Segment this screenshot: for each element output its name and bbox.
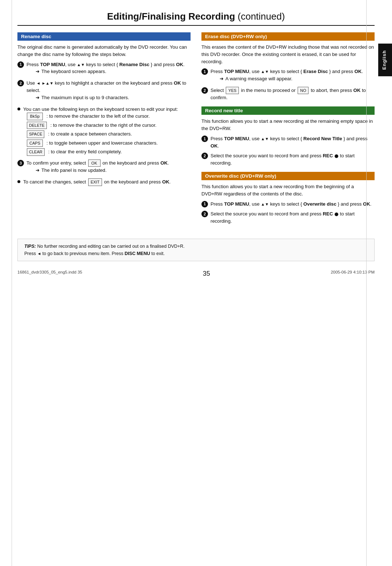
key-def-list: BkSp : to remove the character to the le…: [27, 113, 191, 156]
rename-step2-ok: OK: [174, 80, 181, 86]
record-step1-ok: OK: [211, 143, 218, 149]
page-title-bold: Editing/Finalising Recording: [107, 11, 235, 22]
erase-step2-num: 2: [201, 87, 208, 94]
record-step1-top-menu: TOP MENU: [224, 136, 249, 141]
tri-down-icon: [81, 62, 85, 67]
rename-disc-header: Rename disc: [17, 32, 191, 41]
bullet-sym1: [17, 108, 20, 110]
rename-step2-arrow-text: The maximum input is up to 9 characters.: [41, 94, 129, 101]
rename-disc-intro: The original disc name is generated auto…: [17, 44, 191, 58]
arrow-sym2: ➜: [36, 94, 40, 101]
erase-step1-arrow: ➜ A warning message will appear.: [220, 75, 375, 82]
key-bksp-row: BkSp : to remove the character to the le…: [27, 113, 191, 120]
footer-left: 16861_dvdr3305_05_eng5.indd 35: [17, 270, 82, 274]
overwrite-step2-rec: REC: [323, 211, 333, 217]
rename-step2-content: Use keys to highlight a character on the…: [26, 80, 191, 102]
overwrite-disc-label: Overwrite disc: [303, 201, 336, 207]
rename-step1-num: 1: [17, 61, 24, 68]
arrow-sym3: ➜: [36, 167, 40, 174]
erase-disc-intro: This erases the content of the DVD+RW in…: [201, 44, 375, 65]
record-step2-content: Select the source you want to record fro…: [211, 152, 375, 167]
left-margin-line: [12, 0, 12, 566]
tips-line2-rest: to go back to previous menu item. Press: [41, 251, 124, 256]
tri-up-icon3: [261, 69, 265, 74]
rename-step2: 2 Use keys to highlight a character on t…: [17, 80, 191, 102]
key-clear-row: CLEAR : to clear the entry field complet…: [27, 148, 191, 156]
rec-bullet-icon: [335, 154, 338, 158]
rename-step2-arrow: ➜ The maximum input is up to 9 character…: [36, 94, 191, 101]
rename-step3-content: To confirm your entry, select OK on the …: [26, 159, 191, 175]
caps-key: CAPS: [27, 140, 43, 147]
tri-up-icon2: [46, 80, 50, 86]
tri-down-icon4: [265, 136, 269, 141]
content-area: Editing/Finalising Recording (continued)…: [17, 0, 375, 299]
rename-step3-arrow-text: The info panel is now updated.: [41, 167, 107, 174]
no-box: NO: [298, 87, 309, 94]
overwrite-disc-header: Overwrite disc (DVD+RW only): [201, 172, 375, 180]
tips-line2-end: to exit.: [150, 251, 164, 256]
page-title-suffix: (continued): [235, 11, 285, 22]
tri-up-icon4: [261, 136, 265, 141]
record-new-title-label: Record New Title: [303, 136, 342, 141]
overwrite-step2-content: Select the source you want to record fro…: [211, 210, 375, 225]
caps-desc: : to toggle between upper and lowercase …: [45, 140, 191, 147]
delete-key: DELETE: [27, 122, 47, 129]
rename-bullet1-text: You can use the following keys on the ke…: [23, 106, 178, 112]
exit-box: EXIT: [88, 178, 102, 186]
tri-up-icon5: [261, 201, 265, 207]
erase-step1-arrow-text: A warning message will appear.: [225, 75, 293, 82]
key-delete-row: DELETE : to remove the character to the …: [27, 122, 191, 129]
tri-left-icon: [36, 80, 40, 86]
record-step2: 2 Select the source you want to record f…: [201, 152, 375, 167]
tri-down-icon5: [265, 201, 269, 207]
rename-ok-label: OK: [176, 62, 183, 67]
rename-step2-num: 2: [17, 80, 24, 86]
rename-step3-ok: OK: [160, 160, 168, 166]
col-right: Erase disc (DVD+RW only) This erases the…: [201, 32, 375, 228]
rename-step1-arrow: ➜ The keyboard screen appears.: [36, 68, 191, 75]
key-space-row: SPACE : to create a space between charac…: [27, 130, 191, 138]
record-step2-rec: REC: [323, 153, 333, 158]
overwrite-step1-num: 1: [201, 201, 208, 207]
erase-disc-label: Erase Disc: [303, 69, 328, 74]
rename-step3-arrow: ➜ The info panel is now updated.: [36, 167, 191, 174]
record-step2-num: 2: [201, 153, 208, 159]
overwrite-step1-content: Press TOP MENU, use keys to select { Ove…: [211, 201, 375, 208]
tri-down-icon3: [265, 69, 269, 74]
erase-step2-ok: OK: [353, 88, 360, 93]
erase-step2-content: Select YES in the menu to proceed or NO …: [211, 87, 375, 101]
side-tab: English: [378, 44, 392, 76]
tips-box: TIPS: No further recording and editing c…: [17, 239, 375, 261]
record-step1-num: 1: [201, 136, 208, 142]
yes-box: YES: [226, 87, 239, 94]
rename-bullet2-ok: OK: [162, 179, 170, 185]
bullet-sym2: [17, 180, 20, 183]
tri-up-icon: [77, 62, 81, 67]
tri-right-icon2: [42, 80, 46, 86]
tri-down-icon2: [49, 80, 53, 86]
overwrite-step2: 2 Select the source you want to record f…: [201, 210, 375, 225]
ok-box-confirm: OK: [88, 159, 101, 167]
rename-step1-top-menu: TOP MENU: [40, 62, 65, 67]
space-key: SPACE: [27, 130, 44, 138]
rename-step3-num: 3: [17, 160, 24, 166]
erase-step1-top-menu: TOP MENU: [224, 69, 249, 74]
overwrite-disc-intro: This function allows you to start a new …: [201, 183, 375, 198]
record-new-title-intro: This function allows you to start a new …: [201, 118, 375, 132]
tips-label: TIPS:: [24, 244, 36, 249]
delete-desc: : to remove the character to the right o…: [49, 122, 191, 129]
erase-disc-header: Erase disc (DVD+RW only): [201, 32, 375, 41]
footer-right: 2005-06-29 4:10:13 PM: [331, 270, 375, 274]
page-wrapper: English Editing/Finalising Recording (co…: [0, 0, 392, 566]
page-number: 35: [203, 270, 210, 278]
rename-bullet2: To cancel the changes, select EXIT on th…: [17, 178, 191, 186]
overwrite-step2-num: 2: [201, 211, 208, 217]
erase-step1-content: Press TOP MENU, use keys to select { Era…: [211, 68, 375, 84]
rename-step3: 3 To confirm your entry, select OK on th…: [17, 159, 191, 175]
tips-line1: No further recording and editing can be …: [37, 244, 184, 249]
rename-step1-arrow-text: The keyboard screen appears.: [41, 68, 106, 75]
tips-line2-prefix: Press: [24, 251, 37, 256]
bksp-desc: : to remove the character to the left of…: [45, 113, 191, 120]
space-desc: : to create a space between characters.: [46, 130, 191, 138]
tri-left-icon2: [37, 251, 41, 256]
